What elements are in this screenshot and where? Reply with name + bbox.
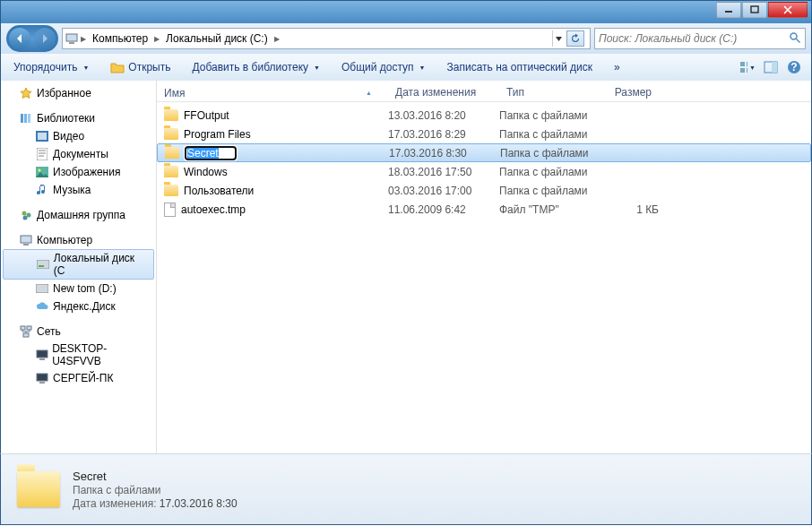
forward-button[interactable] [34, 28, 56, 49]
sidebar-favorites[interactable]: Избранное [1, 84, 156, 102]
file-date: 13.03.2016 8:20 [388, 109, 499, 122]
file-name: FFOutput [184, 109, 229, 122]
pc-icon [35, 371, 49, 385]
window-titlebar [0, 0, 812, 23]
column-name[interactable]: Имя▲ [157, 84, 388, 101]
table-row[interactable]: Пользователи03.03.2016 17:00Папка с файл… [157, 181, 811, 200]
back-button[interactable] [9, 28, 30, 49]
folder-icon [165, 147, 179, 159]
help-button[interactable]: ? [786, 59, 802, 75]
folder-icon [164, 185, 178, 196]
file-name: Пользователи [184, 185, 254, 197]
view-options-button[interactable]: ▼ [739, 59, 756, 75]
sidebar-homegroup[interactable]: Домашняя группа [1, 206, 156, 224]
sidebar-desktop-2[interactable]: СЕРГЕЙ-ПК [1, 369, 156, 387]
search-input[interactable] [599, 32, 789, 45]
folder-icon [164, 109, 178, 121]
close-button[interactable] [768, 2, 808, 18]
breadcrumb-item-drive[interactable]: Локальный диск (C:) [161, 32, 272, 45]
svg-text:?: ? [790, 61, 797, 73]
file-date: 17.03.2016 8:29 [388, 128, 499, 141]
pc-icon [35, 348, 48, 362]
table-row[interactable]: Windows18.03.2016 17:50Папка с файлами [157, 162, 811, 181]
svg-rect-31 [37, 350, 48, 358]
svg-rect-27 [36, 284, 48, 293]
sidebar-video[interactable]: Видео [1, 127, 156, 145]
svg-rect-2 [69, 42, 74, 44]
details-pane: Secret Папка с файлами Дата изменения: 1… [0, 453, 812, 525]
table-row[interactable]: 17.03.2016 8:30Папка с файлами [157, 143, 811, 162]
minimize-button[interactable] [716, 2, 741, 18]
table-row[interactable]: FFOutput13.03.2016 8:20Папка с файлами [157, 106, 811, 125]
burn-button[interactable]: Записать на оптический диск [444, 59, 597, 75]
sidebar-label: Документы [53, 148, 108, 160]
sidebar-new-tom[interactable]: New tom (D:) [1, 280, 156, 297]
sidebar-label: Изображения [53, 166, 120, 178]
file-type: Папка с файлами [499, 109, 605, 122]
sidebar-label: Избранное [37, 87, 91, 99]
computer-icon [65, 31, 79, 46]
svg-rect-16 [38, 133, 47, 140]
file-rows: FFOutput13.03.2016 8:20Папка с файламиPr… [157, 102, 811, 219]
svg-rect-32 [39, 358, 45, 360]
preview-pane-button[interactable] [763, 59, 779, 75]
svg-rect-7 [747, 68, 747, 73]
column-headers: Имя▲ Дата изменения Тип Размер [157, 81, 811, 102]
details-date: Дата изменения: 17.03.2016 8:30 [73, 497, 238, 510]
column-size[interactable]: Размер [605, 84, 659, 101]
sidebar-label: Сеть [37, 325, 61, 338]
file-type: Файл "TMP" [499, 203, 605, 216]
more-button[interactable]: » [610, 59, 624, 75]
sidebar-desktop-1[interactable]: DESKTOP-U4SFVVB [1, 341, 156, 369]
file-name: Windows [184, 166, 228, 178]
sidebar-label: Видео [53, 130, 84, 142]
library-icon [19, 111, 33, 125]
star-icon [19, 86, 33, 100]
column-type[interactable]: Тип [499, 84, 605, 101]
svg-rect-1 [66, 34, 77, 41]
svg-rect-28 [21, 326, 25, 330]
sidebar-pictures[interactable]: Изображения [1, 163, 156, 181]
sidebar-music[interactable]: Музыка [1, 181, 156, 199]
column-date[interactable]: Дата изменения [388, 84, 499, 101]
open-button[interactable]: Открыть [107, 58, 174, 76]
main-content: Избранное Библиотеки Видео Документы Изо… [0, 81, 812, 453]
refresh-button[interactable] [566, 30, 584, 47]
sidebar-network[interactable]: Сеть [1, 323, 156, 341]
file-date: 11.06.2009 6:42 [388, 203, 499, 216]
rename-input[interactable] [185, 146, 237, 160]
sidebar-label: СЕРГЕЙ-ПК [53, 372, 113, 384]
sidebar-label: Локальный диск (C [54, 252, 148, 277]
sidebar-libraries[interactable]: Библиотеки [1, 109, 156, 127]
svg-rect-0 [751, 6, 758, 13]
sidebar-documents[interactable]: Документы [1, 145, 156, 163]
computer-icon [19, 233, 33, 247]
organize-button[interactable]: Упорядочить▼ [10, 59, 92, 75]
file-type: Папка с файлами [499, 128, 605, 141]
svg-rect-33 [37, 374, 48, 381]
svg-point-20 [22, 211, 27, 216]
homegroup-icon [19, 208, 33, 222]
share-button[interactable]: Общий доступ▼ [338, 59, 429, 75]
sidebar-yandex-disk[interactable]: Яндекс.Диск [1, 297, 156, 315]
folder-icon [164, 166, 178, 177]
breadcrumb-item-computer[interactable]: Компьютер [88, 32, 152, 45]
table-row[interactable]: Program Files17.03.2016 8:29Папка с файл… [157, 125, 811, 143]
sidebar-local-c[interactable]: Локальный диск (C [3, 249, 154, 280]
nav-buttons [6, 25, 58, 52]
navigation-sidebar: Избранное Библиотеки Видео Документы Изо… [1, 81, 157, 453]
sidebar-label: Яндекс.Диск [53, 300, 116, 313]
sidebar-computer[interactable]: Компьютер [1, 231, 156, 249]
search-box[interactable] [594, 28, 806, 49]
breadcrumb-dropdown[interactable] [552, 30, 565, 47]
breadcrumb[interactable]: ▶ Компьютер ▶ Локальный диск (C:) ▶ [62, 28, 591, 49]
music-icon [35, 183, 49, 197]
table-row[interactable]: autoexec.tmp11.06.2009 6:42Файл "TMP"1 К… [157, 200, 811, 219]
document-icon [35, 147, 49, 161]
file-type: Папка с файлами [500, 147, 606, 160]
maximize-button[interactable] [742, 2, 767, 18]
svg-point-22 [23, 216, 28, 220]
add-to-library-button[interactable]: Добавить в библиотеку▼ [189, 59, 324, 75]
file-icon [164, 203, 176, 217]
sidebar-label: Библиотеки [37, 112, 95, 125]
